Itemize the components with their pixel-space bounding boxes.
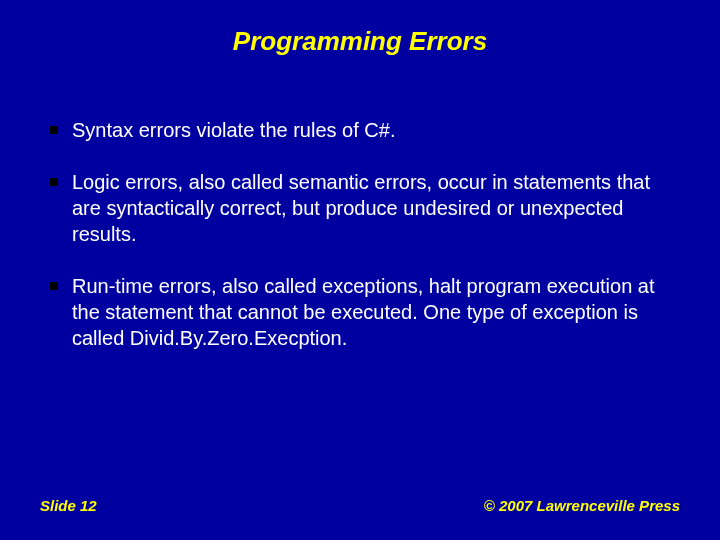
slide-footer: Slide 12 © 2007 Lawrenceville Press [40,497,680,514]
copyright: © 2007 Lawrenceville Press [484,497,680,514]
bullet-item: Syntax errors violate the rules of C#. [48,117,680,143]
bullet-list: Syntax errors violate the rules of C#. L… [40,117,680,351]
bullet-item: Logic errors, also called semantic error… [48,169,680,247]
slide-number: Slide 12 [40,497,97,514]
bullet-item: Run-time errors, also called exceptions,… [48,273,680,351]
slide-title: Programming Errors [40,26,680,57]
slide: Programming Errors Syntax errors violate… [0,0,720,540]
